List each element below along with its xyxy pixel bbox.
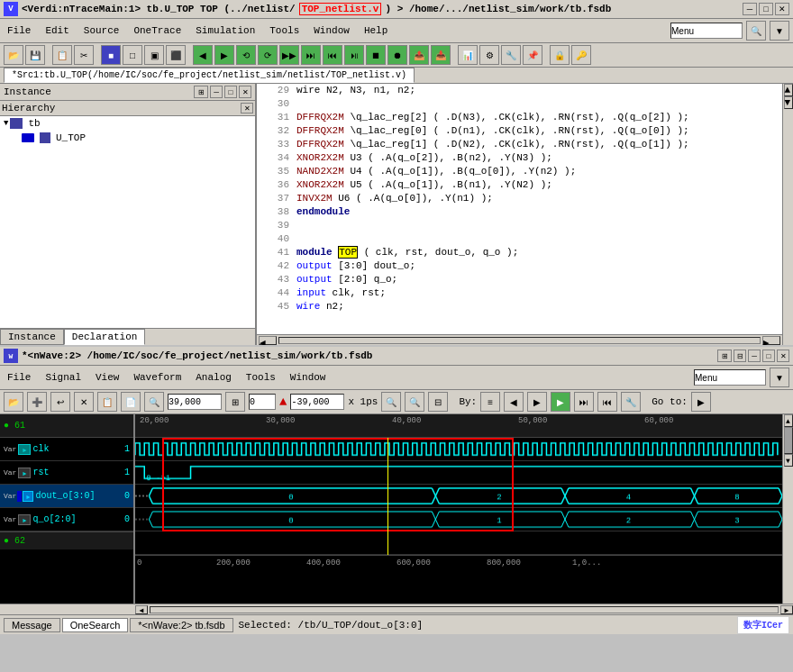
scroll-down-btn[interactable]: ▼ [784,96,793,109]
signal-dout[interactable]: Var ► dout_o[3:0] 0 [0,485,133,508]
wave-undo[interactable]: ↩ [50,392,70,412]
wave-marker-btn[interactable]: ⊞ [225,392,245,412]
toolbar-cut[interactable]: ✂ [74,45,94,65]
wave-nav2[interactable]: ◀ [504,392,524,412]
bottom-menu-tools[interactable]: Tools [242,371,279,384]
wave-zoom-fit[interactable]: ⊟ [428,392,448,412]
wave-nav1[interactable]: ≡ [480,392,500,412]
tree-item-utop[interactable]: U_TOP [0,131,255,145]
menu-window[interactable]: Window [310,24,353,37]
scroll-up-btn[interactable]: ▲ [784,84,793,96]
wave-display[interactable]: 20,000 30,000 40,000 50,000 60,000 [135,414,782,604]
toolbar-save[interactable]: 💾 [25,45,45,65]
status-tab-onesearch[interactable]: OneSearch [62,618,129,632]
tab-declaration[interactable]: Declaration [64,329,146,345]
wave-scroll-up[interactable]: ▲ [784,414,793,427]
toolbar-green12[interactable]: 📥 [431,45,451,65]
instance-btn3[interactable]: □ [224,86,237,98]
toolbar-b7[interactable]: 🔧 [501,45,521,65]
wave-hscroll-track[interactable]: ◀ ▶ [135,604,793,614]
bottom-menu-view[interactable]: View [92,371,123,384]
wave-play[interactable]: ▶ [551,392,570,412]
code-area[interactable]: 29 wire N2, N3, n1, n2;3031 DFFRQX2M \q_… [257,84,782,334]
bottom-btn1[interactable]: ⊞ [717,350,732,362]
menu-extra-button[interactable]: ▼ [770,21,789,41]
toolbar-b1[interactable]: ■ [101,45,121,65]
wave-scroll-thumb[interactable] [784,427,793,454]
toolbar-b9[interactable]: 🔒 [550,45,570,65]
wave-delta-input[interactable] [249,394,276,410]
wave-nav6[interactable]: 🔧 [621,392,641,412]
signal-clk[interactable]: Var ► clk 1 [0,438,133,461]
toolbar-green6[interactable]: ⏭ [301,45,321,65]
toolbar-b10[interactable]: 🔑 [571,45,591,65]
toolbar-green2[interactable]: ▶ [214,45,234,65]
status-tab-nwave[interactable]: *<nWave:2> tb.fsdb [130,618,232,632]
toolbar-green7[interactable]: ⏮ [323,45,342,65]
signal-qo[interactable]: Var ► q_o[2:0] 0 [0,508,133,531]
bottom-btn2[interactable]: ⊟ [734,350,746,362]
bottom-menu-analog[interactable]: Analog [192,371,235,384]
toolbar-green10[interactable]: ⏺ [387,45,407,65]
toolbar-b2[interactable]: □ [123,45,142,65]
minimize-button[interactable]: ─ [743,3,757,15]
menu-search-input[interactable] [670,23,743,39]
status-tab-message[interactable]: Message [4,618,60,632]
source-tab[interactable]: *Src1:tb.U_TOP(/home/IC/soc/fe_project/n… [4,68,415,83]
toolbar-green4[interactable]: ⟳ [258,45,278,65]
toolbar-green3[interactable]: ⟲ [236,45,256,65]
wave-nav4[interactable]: ⏭ [574,392,594,412]
wave-open[interactable]: 📂 [4,392,23,412]
hierarchy-close[interactable]: ✕ [241,103,253,114]
code-scrollbar-v[interactable]: ▲ ▼ [782,84,793,345]
scrollbar-track[interactable] [278,337,761,344]
instance-btn1[interactable]: ⊞ [194,86,208,98]
toolbar-b3[interactable]: ▣ [144,45,164,65]
menu-tools[interactable]: Tools [266,24,303,37]
scroll-left-btn[interactable]: ◀ [259,336,277,345]
bottom-menu-waveform[interactable]: Waveform [130,371,185,384]
wave-scrollbar-h[interactable]: ◀ ▶ [0,604,793,614]
bottom-close[interactable]: ✕ [777,350,789,362]
maximize-button[interactable]: □ [759,3,773,15]
wave-cursor[interactable]: 🔍 [144,392,164,412]
wave-hscroll-thumb[interactable] [150,606,779,613]
wave-copy[interactable]: 📋 [97,392,117,412]
code-scrollbar-h[interactable]: ◀ ▶ [257,334,782,345]
toolbar-green9[interactable]: ⏹ [366,45,386,65]
toolbar-green1[interactable]: ◀ [193,45,213,65]
toolbar-b8[interactable]: 📌 [523,45,542,65]
wave-offset-input[interactable] [290,394,344,410]
signal-rst[interactable]: Var ► rst 1 [0,461,133,485]
bottom-menu-input[interactable] [694,369,766,386]
toolbar-b4[interactable]: ⬛ [166,45,186,65]
bottom-menu-btn[interactable]: ▼ [770,368,789,387]
wave-time-input[interactable] [168,394,222,410]
menu-edit[interactable]: Edit [41,24,72,37]
toolbar-open[interactable]: 📂 [4,45,23,65]
bottom-menu-signal[interactable]: Signal [41,371,85,384]
tree-item-tb[interactable]: ▼ tb [0,116,255,131]
bottom-menu-file[interactable]: File [4,371,34,384]
wave-scrollbar-v[interactable]: ▲ ▼ [782,414,793,604]
toolbar-green11[interactable]: 📤 [409,45,429,65]
expand-icon[interactable]: ▼ [4,119,8,128]
wave-add[interactable]: ➕ [27,392,47,412]
wave-paste[interactable]: 📄 [121,392,141,412]
menu-help[interactable]: Help [360,24,391,37]
instance-btn2[interactable]: ─ [210,86,223,98]
wave-goto-btn[interactable]: ▶ [691,392,711,412]
toolbar-green8[interactable]: ⏯ [344,45,364,65]
toolbar-b6[interactable]: ⚙ [479,45,499,65]
bottom-btn4[interactable]: □ [762,350,775,362]
menu-file[interactable]: File [4,24,34,37]
wave-nav3[interactable]: ▶ [527,392,547,412]
close-button[interactable]: ✕ [775,3,789,15]
wave-zoom-out[interactable]: 🔍 [405,392,424,412]
wave-zoom-in[interactable]: 🔍 [381,392,401,412]
scroll-right-btn[interactable]: ▶ [762,336,780,345]
toolbar-b5[interactable]: 📊 [458,45,478,65]
menu-simulation[interactable]: Simulation [192,24,259,37]
wave-hscroll-left[interactable]: ◀ [135,605,148,614]
wave-hscroll-right[interactable]: ▶ [780,605,793,614]
